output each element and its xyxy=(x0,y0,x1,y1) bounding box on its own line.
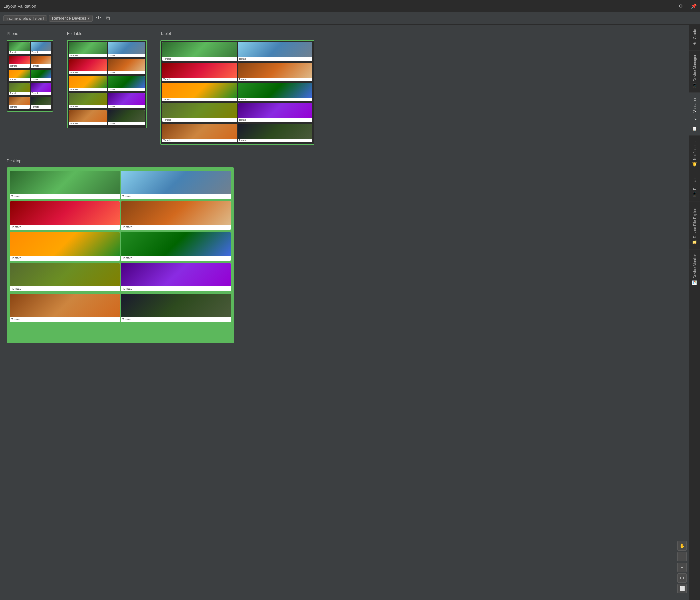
list-item: Tomato xyxy=(121,294,231,322)
item-label: Tomato xyxy=(10,256,120,261)
title-actions: ⚙ − 📌 xyxy=(679,3,697,9)
sidebar-tab-layout-validation[interactable]: 📋 Layout Validation xyxy=(689,92,700,136)
item-label: Tomato xyxy=(162,78,237,81)
item-label: Tomato xyxy=(69,54,107,57)
list-item: Tomato xyxy=(108,42,145,57)
minimize-icon[interactable]: − xyxy=(685,3,688,9)
desktop-items-grid: Tomato Tomato Tomato Tomato xyxy=(9,169,232,325)
zoom-in-button[interactable]: + xyxy=(677,552,686,561)
item-image xyxy=(108,93,145,105)
eye-icon-button[interactable]: 👁 xyxy=(95,15,103,22)
right-sidebar: ◈ Grade 📱 Device Manager 📋 Layout Valida… xyxy=(689,25,700,600)
item-label: Tomato xyxy=(31,92,52,95)
item-image xyxy=(238,103,312,118)
pin-icon[interactable]: 📌 xyxy=(691,3,697,9)
item-image xyxy=(31,97,52,105)
sidebar-tab-device-manager[interactable]: 📱 Device Manager xyxy=(689,50,700,92)
list-item: Tomato xyxy=(9,97,30,109)
sidebar-tab-label-device-manager: Device Manager xyxy=(693,54,697,81)
phone-label: Phone xyxy=(7,31,53,36)
desktop-label: Desktop xyxy=(7,159,682,163)
item-image xyxy=(31,42,52,50)
list-item: Tomato xyxy=(162,42,237,61)
list-item: Tomato xyxy=(238,63,312,81)
bottom-controls: ✋ + − 1:1 ⬜ xyxy=(677,541,686,593)
item-image xyxy=(162,63,237,78)
fit-screen-button[interactable]: ⬜ xyxy=(677,584,686,593)
gear-icon[interactable]: ⚙ xyxy=(679,3,683,9)
foldable-label: Foldable xyxy=(67,31,147,36)
hand-tool-button[interactable]: ✋ xyxy=(677,541,686,551)
item-label: Tomato xyxy=(9,50,30,54)
item-image xyxy=(9,83,30,92)
phone-items-grid: Tomato Tomato Tomato Tomato xyxy=(9,42,51,110)
tablet-frame: Tomato Tomato Tomato Tomato xyxy=(160,40,314,145)
list-item: Tomato xyxy=(9,70,30,81)
sidebar-tab-device-monitor[interactable]: 📊 Device Monitor xyxy=(689,249,700,289)
list-item: Tomato xyxy=(9,83,30,95)
sidebar-tab-label-device-monitor: Device Monitor xyxy=(693,254,697,278)
item-image xyxy=(121,201,231,225)
top-devices-row: Phone Tomato Tomato Tomato xyxy=(7,31,682,145)
list-item: Tomato xyxy=(69,42,107,57)
list-item: Tomato xyxy=(162,124,237,142)
desktop-section: Desktop Tomato Tomato Tomato xyxy=(7,159,682,343)
item-image xyxy=(69,76,107,88)
item-image xyxy=(10,294,120,317)
item-image xyxy=(238,83,312,98)
sidebar-tab-label-layout-validation: Layout Validation xyxy=(693,97,697,125)
title-bar: Layout Validation ⚙ − 📌 xyxy=(0,0,700,12)
item-image xyxy=(10,232,120,256)
item-image xyxy=(238,124,312,139)
item-image xyxy=(9,42,30,50)
item-image xyxy=(108,42,145,54)
list-item: Tomato xyxy=(238,103,312,122)
foldable-items-grid: Tomato Tomato Tomato Tomato xyxy=(69,42,145,126)
item-label: Tomato xyxy=(121,225,231,230)
chevron-down-icon: ▾ xyxy=(88,16,90,21)
sidebar-tab-grade[interactable]: ◈ Grade xyxy=(689,25,700,50)
item-image xyxy=(162,124,237,139)
tablet-items-grid: Tomato Tomato Tomato Tomato xyxy=(162,42,312,143)
item-image xyxy=(10,171,120,194)
list-item: Tomato xyxy=(69,111,107,125)
item-image xyxy=(69,93,107,105)
duplicate-icon-button[interactable]: ⧉ xyxy=(105,15,111,22)
item-label: Tomato xyxy=(121,194,231,199)
item-label: Tomato xyxy=(238,57,312,61)
desktop-row: Desktop Tomato Tomato Tomato xyxy=(7,159,682,343)
list-item: Tomato xyxy=(121,201,231,230)
item-image xyxy=(31,83,52,92)
content-area: Phone Tomato Tomato Tomato xyxy=(0,25,689,600)
item-image xyxy=(108,111,145,122)
item-label: Tomato xyxy=(162,57,237,61)
item-label: Tomato xyxy=(108,105,145,109)
sidebar-tab-notifications[interactable]: 🔔 Notifications xyxy=(689,136,700,171)
list-item: Tomato xyxy=(162,63,237,81)
zoom-out-button[interactable]: − xyxy=(677,562,686,572)
app-title: Layout Validation xyxy=(3,4,36,9)
sidebar-tab-emulator[interactable]: 📱 Emulator xyxy=(689,171,700,201)
reference-devices-label: Reference Devices xyxy=(52,16,86,21)
item-image xyxy=(9,97,30,105)
layout-validation-icon: 📋 xyxy=(692,126,697,131)
item-label: Tomato xyxy=(162,139,237,142)
item-image xyxy=(162,83,237,98)
list-item: Tomato xyxy=(121,171,231,199)
list-item: Tomato xyxy=(31,97,52,109)
item-image xyxy=(69,42,107,54)
reference-devices-dropdown[interactable]: Reference Devices ▾ xyxy=(49,15,92,22)
foldable-frame: Tomato Tomato Tomato Tomato xyxy=(67,40,147,128)
item-label: Tomato xyxy=(108,54,145,57)
item-label: Tomato xyxy=(162,118,237,122)
sidebar-tab-device-file-explorer[interactable]: 📁 Device File Explorer xyxy=(689,201,700,249)
list-item: Tomato xyxy=(108,93,145,109)
toolbar: fragment_plant_list.xml Reference Device… xyxy=(0,12,700,25)
list-item: Tomato xyxy=(108,111,145,125)
item-label: Tomato xyxy=(162,98,237,101)
item-label: Tomato xyxy=(9,92,30,95)
item-image xyxy=(238,63,312,78)
item-label: Tomato xyxy=(121,256,231,261)
zoom-ratio-button[interactable]: 1:1 xyxy=(677,573,686,583)
item-label: Tomato xyxy=(238,98,312,101)
